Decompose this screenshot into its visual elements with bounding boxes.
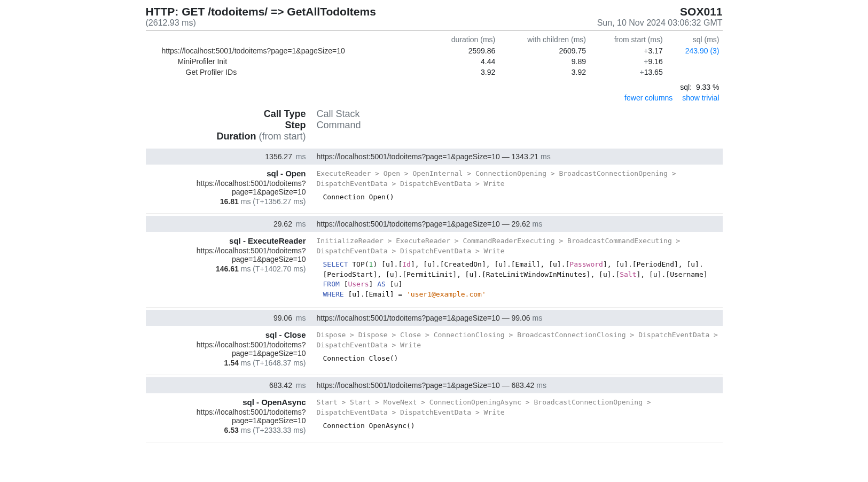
sql-totals-label: sql:: [680, 83, 692, 91]
timing-label: Get Profiler IDs: [146, 67, 428, 77]
gap-desc: https://localhost:5001/todoitems?page=1&…: [317, 314, 723, 322]
callstack: ExecuteReader > Open > OpenInternal > Co…: [317, 169, 723, 189]
header-title: HTTP: GET /todoitems/ => GetAllTodoItems: [146, 5, 376, 18]
timing-duration: 4.44: [428, 56, 499, 67]
query-duration: 146.61 ms (T+1402.70 ms): [146, 265, 306, 273]
gap-time: 683.42 ms: [146, 381, 306, 390]
query-type: sql - Close: [146, 330, 306, 339]
header-machine: SOX011: [680, 5, 722, 18]
timing-row[interactable]: MiniProfiler Init4.449.89+9.16: [146, 56, 723, 67]
gap-desc: https://localhost:5001/todoitems?page=1&…: [317, 381, 723, 390]
callstack: Dispose > Dispose > Close > ConnectionCl…: [317, 330, 723, 351]
timing-with_children: 3.92: [498, 67, 589, 77]
query-type: sql - Open: [146, 169, 306, 178]
sql-link[interactable]: 243.90 (3): [685, 46, 720, 55]
header-total-ms: (2612.93 ms): [146, 18, 196, 28]
callstack: InitializeReader > ExecuteReader > Comma…: [317, 236, 723, 256]
timing-row[interactable]: https://localhost:5001/todoitems?page=1&…: [146, 45, 723, 56]
command: Connection Open(): [323, 192, 723, 203]
section-header-command: Command: [317, 120, 723, 131]
timing-sql[interactable]: 243.90 (3): [666, 45, 723, 56]
section-header-step: Step: [146, 120, 306, 131]
fewer-columns-link[interactable]: fewer columns: [624, 94, 672, 102]
col-blank: [146, 34, 428, 45]
query-type: sql - OpenAsync: [146, 398, 306, 407]
timing-from-start: +9.16: [589, 56, 666, 67]
col-from-start: from start (ms): [589, 34, 666, 45]
timing-label: https://localhost:5001/todoitems?page=1&…: [146, 45, 428, 56]
query-type: sql - ExecuteReader: [146, 236, 306, 245]
query-row: sql - Closehttps://localhost:5001/todoit…: [146, 326, 723, 375]
timing-duration: 2599.86: [428, 45, 499, 56]
query-url: https://localhost:5001/todoitems?page=1&…: [146, 340, 306, 357]
query-row: sql - ExecuteReaderhttps://localhost:500…: [146, 232, 723, 308]
callstack: Start > Start > MoveNext > ConnectionOpe…: [317, 398, 723, 418]
query-row: sql - OpenAsynchttps://localhost:5001/to…: [146, 393, 723, 442]
gap-desc: https://localhost:5001/todoitems?page=1&…: [317, 152, 723, 161]
timing-sql: [666, 56, 723, 67]
gap-row: 99.06 mshttps://localhost:5001/todoitems…: [146, 310, 723, 326]
col-sql: sql (ms): [666, 34, 723, 45]
col-duration: duration (ms): [428, 34, 499, 45]
gap-row: 1356.27 mshttps://localhost:5001/todoite…: [146, 149, 723, 165]
query-duration: 16.81 ms (T+1356.27 ms): [146, 197, 306, 206]
command: Connection Close(): [323, 354, 723, 364]
query-url: https://localhost:5001/todoitems?page=1&…: [146, 408, 306, 425]
gap-desc: https://localhost:5001/todoitems?page=1&…: [317, 220, 723, 228]
profiler-header: HTTP: GET /todoitems/ => GetAllTodoItems…: [146, 5, 723, 18]
gap-time: 29.62 ms: [146, 220, 306, 228]
query-url: https://localhost:5001/todoitems?page=1&…: [146, 179, 306, 196]
timing-label: MiniProfiler Init: [146, 56, 428, 67]
timing-duration: 3.92: [428, 67, 499, 77]
command: SELECT TOP(1) [u].[Id], [u].[CreatedOn],…: [323, 260, 723, 300]
links-row: fewer columns show trivial: [149, 94, 720, 102]
section-header-calltype: Call Type: [146, 108, 306, 120]
timing-row[interactable]: Get Profiler IDs3.923.92+13.65: [146, 67, 723, 77]
command: Connection OpenAsync(): [323, 421, 723, 431]
section-header-callstack: Call Stack: [317, 108, 723, 120]
col-with-children: with children (ms): [498, 34, 589, 45]
gap-time: 99.06 ms: [146, 314, 306, 322]
show-trivial-link[interactable]: show trivial: [682, 94, 719, 102]
query-duration: 6.53 ms (T+2333.33 ms): [146, 426, 306, 434]
query-row: sql - Openhttps://localhost:5001/todoite…: [146, 165, 723, 214]
timing-sql: [666, 67, 723, 77]
sql-totals-pct: 9.33 %: [696, 83, 720, 91]
gap-time: 1356.27 ms: [146, 152, 306, 161]
profiler-subheader: (2612.93 ms) Sun, 10 Nov 2024 03:06:32 G…: [146, 18, 723, 30]
header-timestamp: Sun, 10 Nov 2024 03:06:32 GMT: [597, 18, 723, 28]
query-url: https://localhost:5001/todoitems?page=1&…: [146, 246, 306, 263]
timing-from-start: +13.65: [589, 67, 666, 77]
sql-totals: sql: 9.33 %: [149, 83, 720, 91]
query-duration: 1.54 ms (T+1648.37 ms): [146, 359, 306, 367]
gap-row: 683.42 mshttps://localhost:5001/todoitem…: [146, 377, 723, 393]
section-header-duration: Duration (from start): [146, 131, 306, 142]
timing-with_children: 2609.75: [498, 45, 589, 56]
gap-row: 29.62 mshttps://localhost:5001/todoitems…: [146, 216, 723, 232]
timing-from-start: +3.17: [589, 45, 666, 56]
timing-with_children: 9.89: [498, 56, 589, 67]
timings-table: duration (ms) with children (ms) from st…: [146, 34, 723, 77]
section-header: Call Type Step Duration (from start) Cal…: [146, 107, 723, 146]
